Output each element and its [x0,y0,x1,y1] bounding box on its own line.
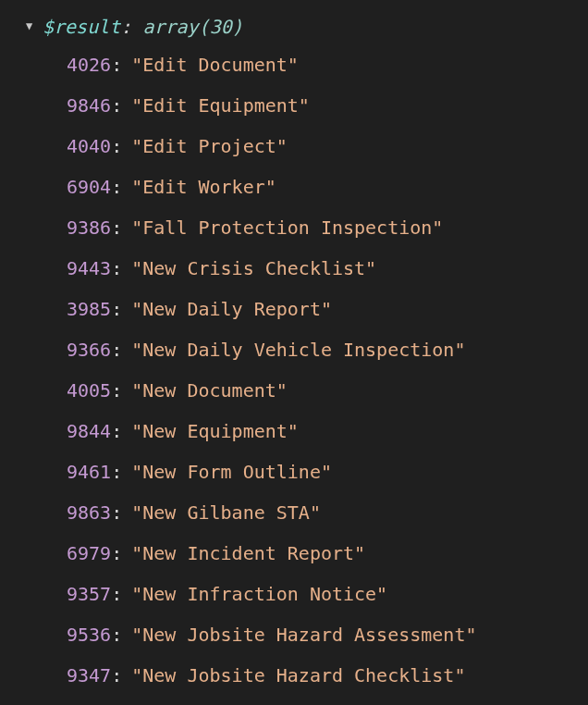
entry-value: "Edit Equipment" [131,94,310,117]
array-entry[interactable]: 9443:"New Crisis Checklist" [67,248,588,289]
entry-value: "Edit Document" [131,54,299,76]
array-entry[interactable]: 3985:"New Daily Report" [67,289,588,329]
entry-key: 9536 [67,624,111,646]
entry-value: "New Daily Vehicle Inspection" [131,339,465,361]
array-root-row[interactable]: ▼ $result: array(30) [7,9,588,44]
entry-key: 9846 [67,94,111,117]
colon-separator: : [111,379,122,402]
entry-key: 6979 [67,542,111,564]
entry-key: 4026 [67,54,111,76]
array-entry[interactable]: 9357:"New Infraction Notice" [67,574,588,614]
colon-separator: : [111,461,122,483]
entry-value: "New Infraction Notice" [131,583,387,605]
array-entry[interactable]: 4040:"Edit Project" [67,126,588,167]
array-entry[interactable]: 9536:"New Jobsite Hazard Assessment" [67,614,588,655]
colon-separator: : [111,216,122,239]
entry-value: "New Jobsite Hazard Checklist" [131,664,465,686]
entry-key: 4005 [67,379,111,402]
array-entry[interactable]: 9844:"New Equipment" [67,411,588,451]
entry-key: 4040 [67,135,111,157]
variable-name: $result [43,16,120,38]
colon-separator: : [111,54,122,76]
entry-value: "New Jobsite Hazard Assessment" [131,624,476,646]
array-entry[interactable]: 9461:"New Form Outline" [67,451,588,492]
entry-key: 6904 [67,176,111,198]
entry-value: "New Form Outline" [131,461,332,483]
entry-value: "Edit Project" [131,135,288,157]
entry-key: 9844 [67,420,111,442]
entry-key: 9461 [67,461,111,483]
colon-separator: : [111,624,122,646]
array-entry[interactable]: 4005:"New Document" [67,370,588,411]
entry-value: "New Incident Report" [131,542,365,564]
array-entries-list: 4026:"Edit Document"9846:"Edit Equipment… [7,44,588,696]
array-entry[interactable]: 4026:"Edit Document" [67,44,588,85]
entry-value: "New Gilbane STA" [131,501,321,524]
expand-toggle-icon[interactable]: ▼ [26,17,43,35]
entry-value: "New Daily Report" [131,298,332,320]
array-entry[interactable]: 9863:"New Gilbane STA" [67,492,588,533]
colon-separator: : [111,94,122,117]
entry-key: 9366 [67,339,111,361]
colon-separator: : [111,257,122,279]
colon-separator: : [111,583,122,605]
array-entry[interactable]: 9386:"Fall Protection Inspection" [67,207,588,248]
colon-separator: : [111,339,122,361]
entry-key: 3985 [67,298,111,320]
array-entry[interactable]: 9347:"New Jobsite Hazard Checklist" [67,655,588,696]
entry-key: 9863 [67,501,111,524]
entry-key: 9347 [67,664,111,686]
colon-separator: : [111,135,122,157]
entry-value: "Fall Protection Inspection" [131,216,443,239]
array-entry[interactable]: 9846:"Edit Equipment" [67,85,588,126]
colon-separator: : [111,664,122,686]
colon-separator: : [111,542,122,564]
entry-key: 9443 [67,257,111,279]
array-entry[interactable]: 6904:"Edit Worker" [67,167,588,207]
array-entry[interactable]: 9366:"New Daily Vehicle Inspection" [67,329,588,370]
colon-separator: : [111,298,122,320]
colon-separator: : [111,420,122,442]
colon-separator: : [120,16,142,38]
colon-separator: : [111,501,122,524]
debug-variable-view: ▼ $result: array(30) 4026:"Edit Document… [0,0,588,696]
entry-key: 9386 [67,216,111,239]
entry-value: "Edit Worker" [131,176,276,198]
variable-type: array(30) [142,16,242,38]
array-entry[interactable]: 6979:"New Incident Report" [67,533,588,574]
entry-value: "New Crisis Checklist" [131,257,376,279]
entry-value: "New Document" [131,379,288,402]
colon-separator: : [111,176,122,198]
entry-value: "New Equipment" [131,420,299,442]
entry-key: 9357 [67,583,111,605]
